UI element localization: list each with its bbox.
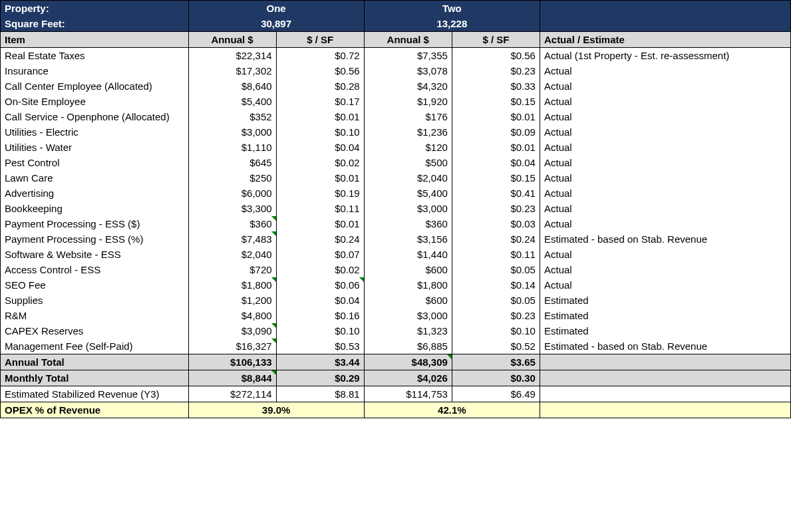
expense-p1a: $22,314 bbox=[188, 48, 276, 64]
expense-p1s: $0.56 bbox=[276, 63, 364, 78]
expense-item: On-Site Employee bbox=[1, 94, 189, 109]
expense-note: Actual bbox=[540, 124, 790, 140]
expense-p2a: $1,236 bbox=[364, 124, 452, 140]
expense-p1a: $3,090 bbox=[188, 323, 276, 338]
stab-rev-p2s: $6.49 bbox=[452, 386, 540, 402]
expense-p2s: $0.23 bbox=[452, 63, 540, 78]
expense-p2a: $1,323 bbox=[364, 323, 452, 338]
expense-note: Actual bbox=[540, 78, 790, 94]
annual-total-p1s: $3.44 bbox=[276, 354, 364, 370]
expense-p1a: $1,800 bbox=[188, 277, 276, 293]
expense-row: SEO Fee$1,800$0.06$1,800$0.14Actual bbox=[1, 277, 791, 293]
expense-item: SEO Fee bbox=[1, 277, 189, 293]
expense-p1a: $3,000 bbox=[188, 124, 276, 140]
expense-item: Management Fee (Self-Paid) bbox=[1, 338, 189, 354]
annual-header-2: Annual $ bbox=[364, 32, 452, 48]
expense-row: Insurance$17,302$0.56$3,078$0.23Actual bbox=[1, 63, 791, 78]
expense-row: Access Control - ESS$720$0.02$600$0.05Ac… bbox=[1, 262, 791, 277]
expense-item: Utilities - Water bbox=[1, 140, 189, 155]
expense-p1s: $0.01 bbox=[276, 170, 364, 186]
expense-item: Software & Website - ESS bbox=[1, 247, 189, 262]
expense-p2a: $6,885 bbox=[364, 338, 452, 354]
expense-row: Payment Processing - ESS (%)$7,483$0.24$… bbox=[1, 231, 791, 247]
expense-row: Software & Website - ESS$2,040$0.07$1,44… bbox=[1, 247, 791, 262]
expense-p1s: $0.10 bbox=[276, 323, 364, 338]
expense-row: Lawn Care$250$0.01$2,040$0.15Actual bbox=[1, 170, 791, 186]
error-flag-icon bbox=[271, 338, 276, 343]
expense-p1s: $0.53 bbox=[276, 338, 364, 354]
expense-p2a: $1,920 bbox=[364, 94, 452, 109]
column-header-row: Item Annual $ $ / SF Annual $ $ / SF Act… bbox=[1, 32, 791, 48]
expense-p1a: $250 bbox=[188, 170, 276, 186]
monthly-total-p1a: $8,844 bbox=[188, 370, 276, 386]
property-name-2: Two bbox=[364, 1, 540, 17]
expense-note: Actual bbox=[540, 94, 790, 109]
expense-note: Actual bbox=[540, 216, 790, 231]
monthly-total-label: Monthly Total bbox=[1, 370, 189, 386]
opex-pct-2: 42.1% bbox=[364, 402, 540, 418]
expense-p1a: $2,040 bbox=[188, 247, 276, 262]
expense-note: Actual bbox=[540, 247, 790, 262]
opex-table: Property: One Two Square Feet: 30,897 13… bbox=[0, 0, 791, 418]
expense-item: CAPEX Reserves bbox=[1, 323, 189, 338]
expense-p2s: $0.09 bbox=[452, 124, 540, 140]
expense-p2a: $4,320 bbox=[364, 78, 452, 94]
property-name-1: One bbox=[188, 1, 364, 17]
error-flag-icon bbox=[271, 277, 276, 282]
expense-p2a: $600 bbox=[364, 262, 452, 277]
monthly-total-p2a: $4,026 bbox=[364, 370, 452, 386]
expense-note: Actual bbox=[540, 277, 790, 293]
opex-pct-note bbox=[540, 402, 790, 418]
expense-p1a: $1,110 bbox=[188, 140, 276, 155]
expense-p2a: $5,400 bbox=[364, 186, 452, 201]
expense-p2s: $0.03 bbox=[452, 216, 540, 231]
expense-item: Supplies bbox=[1, 293, 189, 308]
expense-p1a: $4,800 bbox=[188, 308, 276, 323]
expense-note: Actual bbox=[540, 262, 790, 277]
expense-p2s: $0.15 bbox=[452, 170, 540, 186]
expense-p1a: $7,483 bbox=[188, 231, 276, 247]
expense-p2a: $1,800 bbox=[364, 277, 452, 293]
annual-total-p2a: $48,309 bbox=[364, 354, 452, 370]
expense-item: Payment Processing - ESS ($) bbox=[1, 216, 189, 231]
expense-item: Utilities - Electric bbox=[1, 124, 189, 140]
expense-p2s: $0.52 bbox=[452, 338, 540, 354]
expense-p1a: $720 bbox=[188, 262, 276, 277]
annual-total-label: Annual Total bbox=[1, 354, 189, 370]
error-flag-icon bbox=[271, 370, 276, 375]
expense-p1a: $8,640 bbox=[188, 78, 276, 94]
expense-item: Call Center Employee (Allocated) bbox=[1, 78, 189, 94]
expense-row: Call Service - Openphone (Allocated)$352… bbox=[1, 109, 791, 124]
monthly-total-p1s: $0.29 bbox=[276, 370, 364, 386]
expense-p1a: $645 bbox=[188, 155, 276, 170]
expense-p2a: $3,000 bbox=[364, 308, 452, 323]
expense-p2s: $0.11 bbox=[452, 247, 540, 262]
sqft-header-row: Square Feet: 30,897 13,228 bbox=[1, 16, 791, 32]
property-header-row: Property: One Two bbox=[1, 1, 791, 17]
annual-total-row: Annual Total $106,133 $3.44 $48,309 $3.6… bbox=[1, 354, 791, 370]
expense-p2a: $7,355 bbox=[364, 48, 452, 64]
stab-rev-p1s: $8.81 bbox=[276, 386, 364, 402]
expense-p1s: $0.72 bbox=[276, 48, 364, 64]
expense-row: Utilities - Water$1,110$0.04$120$0.01Act… bbox=[1, 140, 791, 155]
expense-p2s: $0.24 bbox=[452, 231, 540, 247]
expense-note: Actual bbox=[540, 186, 790, 201]
expense-item: Payment Processing - ESS (%) bbox=[1, 231, 189, 247]
sqft-1: 30,897 bbox=[188, 16, 364, 32]
stab-rev-label: Estimated Stabilized Revenue (Y3) bbox=[1, 386, 189, 402]
expense-p2a: $3,156 bbox=[364, 231, 452, 247]
expense-p1s: $0.17 bbox=[276, 94, 364, 109]
expense-row: CAPEX Reserves$3,090$0.10$1,323$0.10Esti… bbox=[1, 323, 791, 338]
expense-p1a: $352 bbox=[188, 109, 276, 124]
monthly-total-row: Monthly Total $8,844 $0.29 $4,026 $0.30 bbox=[1, 370, 791, 386]
error-flag-icon bbox=[359, 277, 364, 282]
expense-row: Management Fee (Self-Paid)$16,327$0.53$6… bbox=[1, 338, 791, 354]
expense-row: On-Site Employee$5,400$0.17$1,920$0.15Ac… bbox=[1, 94, 791, 109]
expense-note: Estimated - based on Stab. Revenue bbox=[540, 338, 790, 354]
monthly-total-p2s: $0.30 bbox=[452, 370, 540, 386]
expense-p1s: $0.04 bbox=[276, 293, 364, 308]
stab-rev-p2a: $114,753 bbox=[364, 386, 452, 402]
error-flag-icon bbox=[447, 354, 452, 359]
expense-p2s: $0.23 bbox=[452, 201, 540, 216]
expense-p2a: $600 bbox=[364, 293, 452, 308]
